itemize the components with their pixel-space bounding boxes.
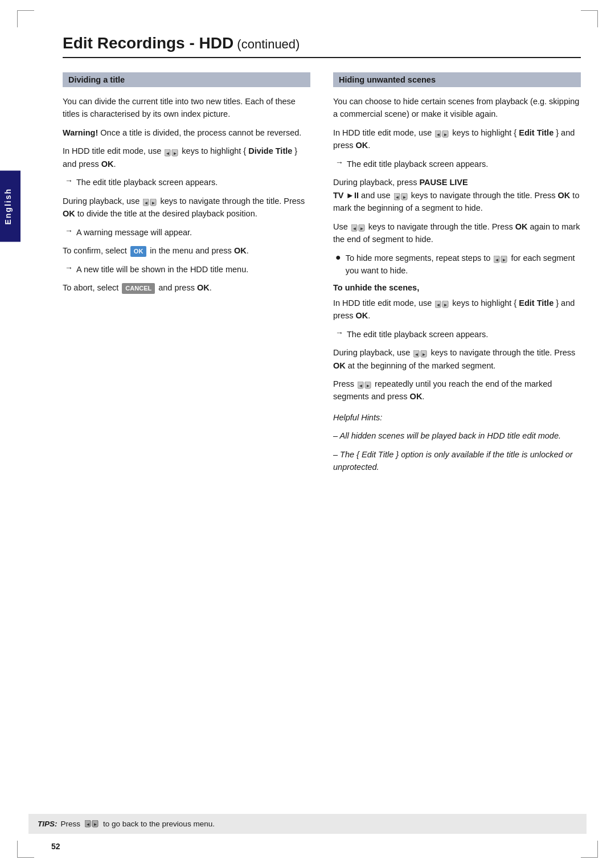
tips-text: to go back to the previous menu.: [103, 820, 215, 828]
nav-keys-icon-5: ◄ ►: [351, 223, 365, 231]
svg-text:◄: ◄: [415, 352, 419, 357]
nav-keys-icon-9: ◄ ►: [358, 380, 371, 388]
hiding-step1-arrow: → The edit title playback screen appears…: [335, 158, 581, 170]
page-title-continued: (continued): [233, 37, 300, 51]
dividing-step2-arrow: → A warning message will appear.: [65, 226, 310, 239]
two-columns-layout: Dividing a title You can divide the curr…: [63, 72, 581, 480]
svg-text:◄: ◄: [395, 194, 399, 199]
nav-keys-icon-4: ◄ ►: [394, 192, 408, 200]
circle-icon-1: ●: [335, 252, 341, 277]
dividing-step1-arrow: → The edit title playback screen appears…: [65, 176, 310, 189]
svg-text:◄: ◄: [495, 257, 499, 262]
tv-device-label: TV ►II: [333, 191, 359, 200]
ok-label-10: OK: [410, 392, 423, 401]
svg-text:►: ►: [173, 150, 178, 155]
hiding-scenes-header-text: Hiding unwanted scenes: [339, 75, 436, 84]
svg-text:►: ►: [366, 383, 371, 388]
dividing-step1: In HDD title edit mode, use ◄ ► keys to …: [63, 145, 310, 170]
svg-text:◄: ◄: [86, 821, 91, 826]
nav-keys-icon-8: ◄ ►: [413, 349, 427, 357]
hiding-intro: You can choose to hide certain scenes fr…: [333, 95, 581, 121]
nav-keys-icon-3: ◄ ►: [435, 129, 449, 137]
dividing-title-header: Dividing a title: [63, 72, 310, 87]
hiding-step1-arrow-text: The edit title playback screen appears.: [347, 158, 488, 170]
divide-title-label: Divide Title: [248, 146, 292, 155]
corner-br: [581, 841, 598, 858]
ok-label-5: OK: [356, 141, 368, 150]
dividing-intro: You can divide the current title into tw…: [63, 95, 310, 121]
svg-text:►: ►: [359, 226, 364, 231]
dividing-intro-text: You can divide the current title into tw…: [63, 97, 296, 118]
unhide-step1-arrow-text: The edit title playback screen appears.: [347, 328, 488, 341]
tips-keys-icon: ◄ ►: [85, 820, 99, 828]
sidebar-language-label: English: [0, 171, 20, 242]
hiding-step1: In HDD title edit mode, use ◄ ► keys to …: [333, 126, 581, 152]
tips-bar: TIPS: Press ◄ ► to go back to the previo…: [28, 814, 587, 834]
page-title-text: Edit Recordings - HDD: [63, 34, 233, 52]
arrow-icon-3: →: [65, 263, 73, 276]
page-title: Edit Recordings - HDD (continued): [63, 34, 581, 58]
corner-tr: [581, 10, 598, 27]
svg-text:◄: ◄: [144, 200, 149, 205]
nav-keys-icon-6: ◄ ►: [494, 255, 507, 263]
svg-text:►: ►: [444, 132, 448, 137]
nav-keys-icon-7: ◄ ►: [435, 300, 449, 308]
svg-text:►: ►: [93, 821, 98, 826]
unhide-step3: Press ◄ ► repeatedly until you reach the…: [333, 378, 581, 403]
edit-title-label-2: Edit Title: [519, 298, 554, 308]
svg-text:►: ►: [422, 352, 427, 357]
ok-label-9: OK: [333, 361, 346, 370]
ok-label-1: OK: [101, 159, 114, 169]
tips-label: TIPS:: [38, 820, 58, 828]
ok-label-6: OK: [558, 191, 571, 200]
dividing-warning: Warning! Once a title is divided, the pr…: [63, 126, 310, 139]
arrow-icon-1: →: [65, 176, 73, 189]
hint2-span: – The { Edit Title } option is only avai…: [333, 450, 573, 472]
unhide-step1: In HDD title edit mode, use ◄ ► keys to …: [333, 297, 581, 322]
hiding-bullet1: ● To hide more segments, repeat steps to…: [335, 252, 581, 277]
ok-label-4: OK: [197, 283, 210, 292]
dividing-step4: To abort, select CANCEL and press OK.: [63, 281, 310, 294]
svg-text:◄: ◄: [436, 302, 441, 307]
nav-keys-icon-2: ◄ ►: [143, 198, 157, 206]
hint2-italic: – The { Edit Title } option is only avai…: [333, 450, 573, 472]
dividing-step3-arrow: → A new title will be shown in the HDD t…: [65, 263, 310, 276]
ok-label-2: OK: [63, 209, 75, 218]
tips-press-label: Press: [61, 820, 81, 828]
hint1-span: – All hidden scenes will be played back …: [333, 431, 561, 440]
svg-text:►: ►: [402, 194, 407, 199]
hiding-scenes-header: Hiding unwanted scenes: [333, 72, 581, 87]
helpful-hints-label-text: Helpful Hints:: [333, 413, 382, 422]
dividing-title-header-text: Dividing a title: [68, 75, 125, 84]
main-content: Edit Recordings - HDD (continued) Dividi…: [63, 23, 581, 480]
pause-live-label: PAUSE LIVE: [420, 178, 468, 187]
hiding-step3: Use ◄ ► keys to navigate through the tit…: [333, 220, 581, 246]
warning-label: Warning!: [63, 128, 98, 137]
unhide-subheading: To unhide the scenes,: [333, 283, 581, 292]
corner-tl: [17, 10, 34, 27]
hiding-step2: During playback, press PAUSE LIVE TV ►II…: [333, 176, 581, 214]
svg-text:◄: ◄: [436, 132, 441, 137]
dividing-step3-arrow-text: A new title will be shown in the HDD tit…: [76, 263, 248, 276]
svg-text:►: ►: [444, 302, 448, 307]
ok-badge: OK: [130, 246, 147, 257]
hint1-text: – All hidden scenes will be played back …: [333, 429, 581, 442]
hint1-italic: – All hidden scenes will be played back …: [333, 431, 561, 440]
sidebar-label-text: English: [3, 188, 13, 225]
nav-keys-icon-1: ◄ ►: [165, 148, 178, 156]
ok-label-8: OK: [356, 311, 368, 320]
ok-label-3: OK: [234, 246, 247, 255]
arrow-icon-4: →: [335, 158, 343, 170]
left-column: Dividing a title You can divide the curr…: [63, 72, 310, 480]
corner-bl: [17, 841, 34, 858]
helpful-hints-label: Helpful Hints:: [333, 411, 581, 424]
unhide-step2: During playback, use ◄ ► keys to navigat…: [333, 346, 581, 372]
page-wrapper: English Edit Recordings - HDD (continued…: [0, 0, 615, 868]
svg-text:►: ►: [502, 257, 507, 262]
helpful-hints-label-span: Helpful Hints:: [333, 413, 382, 422]
svg-text:◄: ◄: [352, 226, 356, 231]
dividing-step2-arrow-text: A warning message will appear.: [76, 226, 192, 239]
dividing-step3: To confirm, select OK in the menu and pr…: [63, 244, 310, 257]
page-number: 52: [51, 842, 60, 851]
unhide-subheading-text: To unhide the scenes,: [333, 283, 419, 292]
